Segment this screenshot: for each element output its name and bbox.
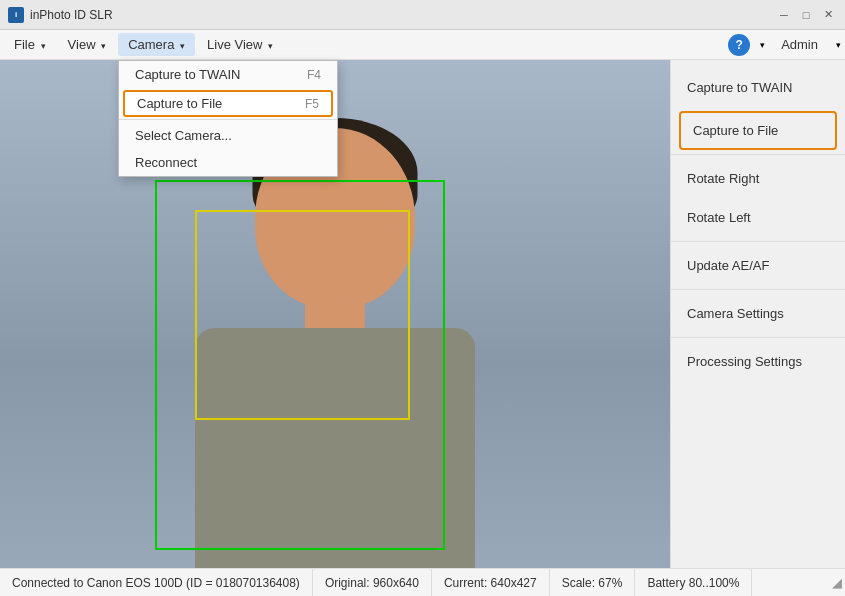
person-shirt <box>195 328 475 568</box>
title-bar-left: i inPhoto ID SLR <box>8 7 113 23</box>
app-title: inPhoto ID SLR <box>30 8 113 22</box>
liveview-arrow-icon: ▾ <box>268 41 273 51</box>
dropdown-capture-file[interactable]: Capture to File F5 <box>123 90 333 117</box>
right-panel: Capture to TWAIN Capture to File Rotate … <box>670 60 845 568</box>
admin-arrow-icon: ▾ <box>836 40 841 50</box>
help-arrow-icon: ▾ <box>760 40 765 50</box>
dropdown-select-camera[interactable]: Select Camera... <box>119 122 337 149</box>
menu-camera[interactable]: Camera ▾ <box>118 33 195 56</box>
rotate-right-button[interactable]: Rotate Right <box>671 159 845 198</box>
capture-file-button[interactable]: Capture to File <box>679 111 837 150</box>
status-connection: Connected to Canon EOS 100D (ID = 018070… <box>0 569 313 596</box>
person-silhouette <box>175 108 495 568</box>
panel-divider-4 <box>671 337 845 338</box>
menu-bar: File ▾ View ▾ Camera ▾ Live View ▾ ? ▾ A… <box>0 30 845 60</box>
camera-dropdown-menu: Capture to TWAIN F4 Capture to File F5 S… <box>118 60 338 177</box>
resize-handle[interactable]: ◢ <box>829 575 845 591</box>
processing-settings-button[interactable]: Processing Settings <box>671 342 845 381</box>
menu-items: File ▾ View ▾ Camera ▾ Live View ▾ <box>4 33 283 56</box>
help-button[interactable]: ? <box>728 34 750 56</box>
menu-liveview[interactable]: Live View ▾ <box>197 33 283 56</box>
camera-arrow-icon: ▾ <box>180 41 185 51</box>
app-icon: i <box>8 7 24 23</box>
dropdown-separator <box>119 119 337 120</box>
menu-view[interactable]: View ▾ <box>58 33 117 56</box>
status-scale: Scale: 67% <box>550 569 636 596</box>
dropdown-capture-twain[interactable]: Capture to TWAIN F4 <box>119 61 337 88</box>
menu-right: ? ▾ Admin ▾ <box>728 34 841 56</box>
panel-divider-2 <box>671 241 845 242</box>
minimize-button[interactable]: ─ <box>775 6 793 24</box>
panel-divider-1 <box>671 154 845 155</box>
status-current: Current: 640x427 <box>432 569 550 596</box>
update-aeaf-button[interactable]: Update AE/AF <box>671 246 845 285</box>
maximize-button[interactable]: □ <box>797 6 815 24</box>
rotate-left-button[interactable]: Rotate Left <box>671 198 845 237</box>
admin-button[interactable]: Admin <box>773 34 826 55</box>
title-bar-controls: ─ □ ✕ <box>775 6 837 24</box>
view-arrow-icon: ▾ <box>101 41 106 51</box>
status-bar: Connected to Canon EOS 100D (ID = 018070… <box>0 568 845 596</box>
close-button[interactable]: ✕ <box>819 6 837 24</box>
title-bar: i inPhoto ID SLR ─ □ ✕ <box>0 0 845 30</box>
status-original: Original: 960x640 <box>313 569 432 596</box>
camera-settings-button[interactable]: Camera Settings <box>671 294 845 333</box>
capture-twain-button[interactable]: Capture to TWAIN <box>671 68 845 107</box>
menu-file[interactable]: File ▾ <box>4 33 56 56</box>
status-battery: Battery 80..100% <box>635 569 752 596</box>
panel-divider-3 <box>671 289 845 290</box>
file-arrow-icon: ▾ <box>41 41 46 51</box>
dropdown-reconnect[interactable]: Reconnect <box>119 149 337 176</box>
